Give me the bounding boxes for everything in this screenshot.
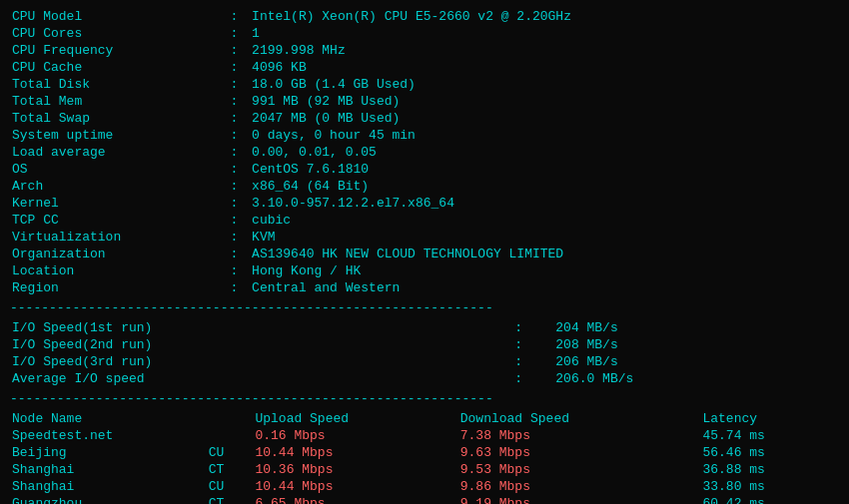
table-row: Total Disk : 18.0 GB (1.4 GB Used) [10, 76, 839, 93]
speed-node-name: Shanghai [10, 478, 207, 495]
cpu-cores-value: 1 [250, 25, 839, 42]
speed-node-code [207, 427, 254, 444]
cpu-model-value: Intel(R) Xeon(R) CPU E5-2660 v2 @ 2.20GH… [250, 8, 839, 25]
speed-upload: 0.16 Mbps [253, 427, 457, 444]
arch-label: Arch [10, 178, 229, 195]
uptime-value: 0 days, 0 hour 45 min [250, 127, 839, 144]
io-run2-label: I/O Speed(2nd run) [10, 336, 512, 353]
col-latency-header: Latency [700, 410, 839, 427]
speed-latency: 60.42 ms [700, 495, 839, 504]
speed-header-row: Node Name Upload Speed Download Speed La… [10, 410, 839, 427]
table-row: Kernel : 3.10.0-957.12.2.el7.x86_64 [10, 195, 839, 212]
os-label: OS [10, 161, 229, 178]
col-download-header: Download Speed [458, 410, 701, 427]
table-row: Location : Hong Kong / HK [10, 262, 839, 279]
virt-value: KVM [250, 229, 839, 246]
cpu-freq-label: CPU Frequency [10, 42, 229, 59]
speed-test-table: Node Name Upload Speed Download Speed La… [10, 410, 839, 504]
list-item: Speedtest.net0.16 Mbps7.38 Mbps45.74 ms [10, 427, 839, 444]
speed-latency: 36.88 ms [700, 461, 839, 478]
col-code-header [207, 410, 254, 427]
virt-label: Virtualization [10, 229, 229, 246]
speed-latency: 33.80 ms [700, 478, 839, 495]
speed-upload: 10.36 Mbps [253, 461, 457, 478]
speed-node-name: Guangzhou [10, 495, 207, 504]
table-row: System uptime : 0 days, 0 hour 45 min [10, 127, 839, 144]
table-row: Organization : AS139640 HK NEW CLOUD TEC… [10, 246, 839, 262]
io-run3-value: 206 MB/s [553, 353, 839, 370]
cpu-freq-value: 2199.998 MHz [250, 42, 839, 59]
table-row: CPU Cache : 4096 KB [10, 59, 839, 76]
total-swap-value: 2047 MB (0 MB Used) [250, 110, 839, 127]
speed-node-code: CU [207, 444, 254, 461]
speed-download: 9.86 Mbps [458, 478, 701, 495]
total-disk-value: 18.0 GB (1.4 GB Used) [250, 76, 839, 93]
table-row: Region : Central and Western [10, 279, 839, 296]
org-value: AS139640 HK NEW CLOUD TECHNOLOGY LIMITED [250, 246, 839, 262]
io-table: I/O Speed(1st run) : 204 MB/s I/O Speed(… [10, 319, 839, 387]
table-row: CPU Cores : 1 [10, 25, 839, 42]
table-row: Total Mem : 991 MB (92 MB Used) [10, 93, 839, 110]
cpu-cache-value: 4096 KB [250, 59, 839, 76]
list-item: ShanghaiCT10.36 Mbps9.53 Mbps36.88 ms [10, 461, 839, 478]
io-avg-label: Average I/O speed [10, 370, 512, 387]
speed-upload: 10.44 Mbps [253, 444, 457, 461]
kernel-value: 3.10.0-957.12.2.el7.x86_64 [250, 195, 839, 212]
speed-download: 9.53 Mbps [458, 461, 701, 478]
location-label: Location [10, 262, 229, 279]
speed-node-name: Beijing [10, 444, 207, 461]
load-value: 0.00, 0.01, 0.05 [250, 144, 839, 161]
os-value: CentOS 7.6.1810 [250, 161, 839, 178]
speed-upload: 10.44 Mbps [253, 478, 457, 495]
location-value: Hong Kong / HK [250, 262, 839, 279]
speed-node-code: CT [207, 495, 254, 504]
arch-value: x86_64 (64 Bit) [250, 178, 839, 195]
speed-download: 9.63 Mbps [458, 444, 701, 461]
speed-node-name: Shanghai [10, 461, 207, 478]
table-row: Virtualization : KVM [10, 229, 839, 246]
speed-latency: 45.74 ms [700, 427, 839, 444]
io-run3-label: I/O Speed(3rd run) [10, 353, 512, 370]
kernel-label: Kernel [10, 195, 229, 212]
tcp-cc-label: TCP CC [10, 212, 229, 229]
cpu-cache-label: CPU Cache [10, 59, 229, 76]
divider-2: ----------------------------------------… [10, 391, 839, 406]
table-row: CPU Frequency : 2199.998 MHz [10, 42, 839, 59]
speed-node-code: CT [207, 461, 254, 478]
table-row: Arch : x86_64 (64 Bit) [10, 178, 839, 195]
speed-download: 9.19 Mbps [458, 495, 701, 504]
io-run1-label: I/O Speed(1st run) [10, 319, 512, 336]
table-row: OS : CentOS 7.6.1810 [10, 161, 839, 178]
speed-download: 7.38 Mbps [458, 427, 701, 444]
table-row: I/O Speed(2nd run) : 208 MB/s [10, 336, 839, 353]
io-run2-value: 208 MB/s [553, 336, 839, 353]
cpu-cores-label: CPU Cores [10, 25, 229, 42]
list-item: GuangzhouCT6.65 Mbps9.19 Mbps60.42 ms [10, 495, 839, 504]
table-row: TCP CC : cubic [10, 212, 839, 229]
col-node-header: Node Name [10, 410, 207, 427]
load-label: Load average [10, 144, 229, 161]
tcp-cc-value: cubic [250, 212, 839, 229]
region-label: Region [10, 279, 229, 296]
col-upload-header: Upload Speed [253, 410, 457, 427]
system-info-table: CPU Model : Intel(R) Xeon(R) CPU E5-2660… [10, 8, 839, 296]
table-row: I/O Speed(3rd run) : 206 MB/s [10, 353, 839, 370]
total-mem-value: 991 MB (92 MB Used) [250, 93, 839, 110]
table-row: CPU Model : Intel(R) Xeon(R) CPU E5-2660… [10, 8, 839, 25]
cpu-model-label: CPU Model [10, 8, 229, 25]
org-label: Organization [10, 246, 229, 262]
speed-latency: 56.46 ms [700, 444, 839, 461]
total-disk-label: Total Disk [10, 76, 229, 93]
uptime-label: System uptime [10, 127, 229, 144]
table-row: Total Swap : 2047 MB (0 MB Used) [10, 110, 839, 127]
total-swap-label: Total Swap [10, 110, 229, 127]
speed-node-name: Speedtest.net [10, 427, 207, 444]
total-mem-label: Total Mem [10, 93, 229, 110]
io-run1-value: 204 MB/s [553, 319, 839, 336]
divider-1: ----------------------------------------… [10, 300, 839, 315]
table-row: Average I/O speed : 206.0 MB/s [10, 370, 839, 387]
speed-node-code: CU [207, 478, 254, 495]
list-item: ShanghaiCU10.44 Mbps9.86 Mbps33.80 ms [10, 478, 839, 495]
table-row: I/O Speed(1st run) : 204 MB/s [10, 319, 839, 336]
list-item: BeijingCU10.44 Mbps9.63 Mbps56.46 ms [10, 444, 839, 461]
